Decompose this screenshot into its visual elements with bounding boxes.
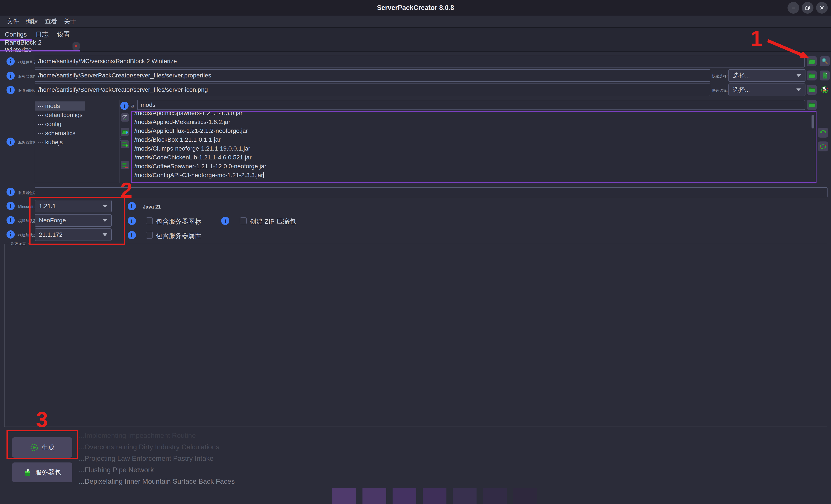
tab-close-button[interactable] xyxy=(73,42,80,50)
server-pack-gift-icon xyxy=(23,468,32,477)
include-icon-checkbox[interactable] xyxy=(146,217,153,224)
server-files-label: 服务器文件 xyxy=(18,140,36,145)
menu-file[interactable]: 文件 xyxy=(3,17,23,26)
footer-square xyxy=(393,488,417,504)
reset-icon xyxy=(819,143,827,150)
folder-icon xyxy=(808,86,815,94)
restore-icon xyxy=(805,5,810,10)
icon-preview-button[interactable] xyxy=(820,85,830,95)
editor-scrollbar[interactable] xyxy=(811,115,814,128)
menu-edit[interactable]: 编辑 xyxy=(23,17,41,26)
menu-view[interactable]: 查看 xyxy=(41,17,61,26)
footer-square xyxy=(363,488,386,504)
quick-select-value: 选择... xyxy=(733,71,750,80)
tree-item-kubejs[interactable]: --- kubejs xyxy=(35,138,119,147)
quick-select-label: 快速选择: xyxy=(712,74,728,79)
tree-item-defaultconfigs[interactable]: --- defaultconfigs xyxy=(35,111,119,120)
title-bar: ServerPackCreator 8.0.8 xyxy=(0,0,831,16)
folder-icon xyxy=(808,71,815,79)
server-properties-input[interactable]: /home/santisify/ServerPackCreator/server… xyxy=(35,69,710,82)
info-icon: i xyxy=(128,217,136,225)
config-tab-bar: RandBlock 2 Winterize xyxy=(0,41,831,52)
undo-icon xyxy=(819,129,827,137)
mod-entry: /mods/ConfigAPI-CJ-neoforge-mc-1.21-2.3.… xyxy=(134,171,815,180)
mod-entry: /mods/CoffeeSpawner-1.21.1-12.0.0-neofor… xyxy=(134,162,815,171)
info-icon: i xyxy=(6,188,15,196)
maximize-button[interactable] xyxy=(802,2,813,13)
create-zip-label[interactable]: 创建 ZIP 压缩包 xyxy=(250,217,296,226)
remove-entry-button[interactable] xyxy=(121,161,129,169)
quick-select-value: 选择... xyxy=(733,86,750,94)
folder-plus-icon xyxy=(122,128,128,135)
close-button[interactable] xyxy=(816,2,828,13)
server-icon-label: 服务器图标 xyxy=(18,88,36,93)
mod-entry: /mods/Clumps-neoforge-1.21.1-19.0.0.1.ja… xyxy=(134,144,815,153)
source-input[interactable]: mods xyxy=(137,100,805,110)
advanced-settings-panel xyxy=(4,244,827,427)
quick-select-label: 快速选择: xyxy=(712,88,728,93)
undo-button[interactable] xyxy=(818,128,828,138)
pickaxe-question-icon: ? xyxy=(122,114,128,121)
icon-quick-select[interactable]: 选择... xyxy=(728,84,805,96)
modpack-scan-button[interactable] xyxy=(820,56,830,66)
add-entry-button[interactable] xyxy=(121,140,129,148)
menu-about[interactable]: 关于 xyxy=(61,17,80,26)
config-tab-label: RandBlock 2 Winterize xyxy=(5,39,69,53)
tree-item-mods[interactable]: --- mods xyxy=(35,101,85,111)
status-line: ...Overconstraining Dirty Industry Calcu… xyxy=(79,443,219,451)
properties-file-icon xyxy=(821,72,828,79)
info-icon: i xyxy=(128,231,136,239)
mod-entry: /mods/CodeChickenLib-1.21.1-4.6.0.521.ja… xyxy=(134,153,815,162)
info-icon: i xyxy=(6,230,15,239)
tab-config-randblock[interactable]: RandBlock 2 Winterize xyxy=(0,41,80,52)
footer-square xyxy=(333,488,356,504)
svg-text:?: ? xyxy=(124,117,126,121)
suffix-input[interactable] xyxy=(35,187,828,197)
info-icon: i xyxy=(6,57,15,65)
properties-quick-select[interactable]: 选择... xyxy=(728,69,805,82)
info-icon: i xyxy=(221,217,229,225)
annotation-digit-1: 1 xyxy=(750,26,763,51)
menu-bar: 文件 编辑 查看 关于 xyxy=(0,16,831,28)
mod-list: /mods/ApothicSpawners-1.21.1-1.3.0.jar /… xyxy=(134,111,815,180)
modpack-dir-input[interactable]: /home/santisify/MC/versions/RandBlock 2 … xyxy=(35,55,805,67)
status-line: ...Depixelating Inner Mountain Surface B… xyxy=(79,477,235,485)
list-minus-icon xyxy=(122,162,128,168)
server-icon-input[interactable]: /home/santisify/ServerPackCreator/server… xyxy=(35,84,710,96)
info-icon: i xyxy=(6,86,15,94)
reset-suggestions-button[interactable]: ? xyxy=(121,113,129,122)
annotation-box-2 xyxy=(29,197,125,245)
create-zip-checkbox[interactable] xyxy=(240,217,247,224)
window-title: ServerPackCreator 8.0.8 xyxy=(0,0,831,16)
status-line: ...Implementing Impeachment Routine xyxy=(79,432,196,440)
footer-square xyxy=(423,488,447,504)
server-properties-label: 服务器属性 xyxy=(18,74,36,79)
server-pack-label: 服务器包 xyxy=(35,468,61,477)
include-properties-label[interactable]: 包含服务器属性 xyxy=(156,232,201,240)
reset-button[interactable] xyxy=(818,142,828,151)
info-icon: i xyxy=(6,71,15,80)
source-browse-button[interactable] xyxy=(807,100,817,110)
annotation-arrow xyxy=(766,38,811,61)
minimize-button[interactable] xyxy=(787,2,799,13)
properties-browse-button[interactable] xyxy=(807,70,817,81)
status-line: ...Flushing Pipe Network xyxy=(79,466,154,474)
info-icon: i xyxy=(6,216,15,224)
info-icon: i xyxy=(120,102,128,110)
properties-open-button[interactable] xyxy=(820,70,830,81)
status-line: ...Projecting Law Enforcement Pastry Int… xyxy=(79,454,213,463)
footer-square xyxy=(513,488,537,504)
app-window: ServerPackCreator 8.0.8 文件 编辑 查看 关于 Conf… xyxy=(0,0,831,504)
java-version-text: Java 21 xyxy=(143,204,161,210)
server-pack-button[interactable]: 服务器包 xyxy=(12,463,72,482)
mod-entry: /mods/ApothicSpawners-1.21.1-1.3.0.jar xyxy=(134,111,815,117)
tree-item-schematics[interactable]: --- schematics xyxy=(35,129,119,138)
icon-browse-button[interactable] xyxy=(807,85,817,95)
server-files-tree: --- mods --- defaultconfigs --- config -… xyxy=(35,100,119,183)
mod-entry: /mods/AppliedFlux-1.21-2.1.2-neoforge.ja… xyxy=(134,126,815,135)
include-properties-checkbox[interactable] xyxy=(146,232,153,239)
include-icon-label[interactable]: 包含服务器图标 xyxy=(156,217,201,226)
annotation-digit-3: 3 xyxy=(36,407,48,432)
server-files-editor[interactable]: /mods/ApothicSpawners-1.21.1-1.3.0.jar /… xyxy=(131,111,816,183)
tree-item-config[interactable]: --- config xyxy=(35,120,119,129)
